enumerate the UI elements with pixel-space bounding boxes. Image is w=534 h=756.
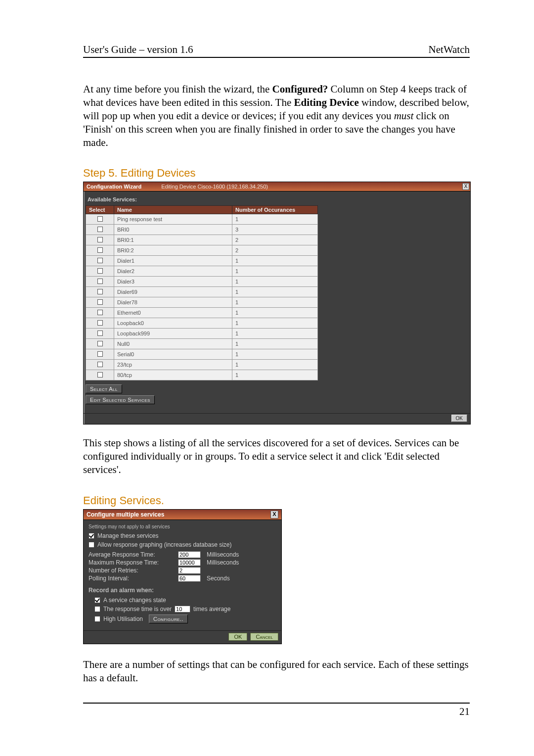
record-alarm-heading: Record an alarm when: (89, 587, 276, 594)
allow-graphing-row[interactable]: Allow response graphing (increases datab… (89, 541, 276, 548)
alarm-response-checkbox[interactable] (94, 606, 100, 612)
manage-services-checkbox[interactable] (89, 533, 94, 539)
row-checkbox[interactable] (97, 247, 103, 253)
row-select-cell[interactable] (86, 339, 114, 349)
alarm-state-checkbox[interactable] (94, 597, 100, 603)
row-select-cell[interactable] (86, 256, 114, 266)
row-checkbox[interactable] (97, 216, 103, 222)
allow-graphing-checkbox[interactable] (89, 542, 94, 548)
manage-services-row[interactable]: Manage these services (89, 532, 276, 539)
table-row: Serial01 (86, 349, 318, 360)
row-occurrences-cell: 1 (232, 297, 318, 308)
max-response-input[interactable] (178, 559, 201, 566)
select-all-button[interactable]: Select All (86, 384, 122, 393)
table-row: Loopback9991 (86, 329, 318, 339)
retries-input[interactable] (178, 567, 201, 574)
table-row: Dialer691 (86, 287, 318, 297)
row-name-cell: Loopback0 (114, 318, 232, 329)
polling-unit: Seconds (207, 575, 276, 582)
row-occurrences-cell: 1 (232, 287, 318, 297)
svc-cancel-button[interactable]: Cancel (250, 633, 278, 641)
table-row: BRI03 (86, 225, 318, 235)
alarm-response-input[interactable] (175, 606, 190, 613)
table-row: Dialer21 (86, 266, 318, 277)
settings-description: There are a number of settings that can … (83, 658, 470, 685)
row-checkbox[interactable] (97, 237, 103, 242)
row-name-cell: Dialer1 (114, 256, 232, 266)
table-row: BRI0:12 (86, 235, 318, 245)
wizard-ok-button[interactable]: OK (451, 415, 467, 422)
polling-input[interactable] (178, 575, 201, 582)
edit-selected-services-button[interactable]: Edit Selected Services (86, 395, 155, 404)
row-select-cell[interactable] (86, 287, 114, 297)
row-select-cell[interactable] (86, 235, 114, 245)
table-row: 23/tcp1 (86, 360, 318, 370)
avg-response-input[interactable] (178, 551, 201, 558)
row-checkbox[interactable] (97, 372, 103, 378)
available-services-label: Available Services: (84, 191, 470, 205)
retries-label: Number of Retries: (89, 567, 175, 574)
col-occurrences: Number of Occurances (232, 206, 318, 214)
row-select-cell[interactable] (86, 214, 114, 225)
row-occurrences-cell: 1 (232, 360, 318, 370)
row-select-cell[interactable] (86, 245, 114, 256)
intro-bold-editing-device: Editing Device (294, 96, 359, 108)
close-icon[interactable]: X (270, 511, 278, 519)
settings-note: Settings may not apply to all services (89, 524, 276, 529)
table-row: BRI0:22 (86, 245, 318, 256)
row-select-cell[interactable] (86, 297, 114, 308)
row-select-cell[interactable] (86, 329, 114, 339)
row-checkbox[interactable] (97, 268, 103, 274)
row-checkbox[interactable] (97, 341, 103, 346)
row-occurrences-cell: 1 (232, 277, 318, 287)
row-select-cell[interactable] (86, 225, 114, 235)
row-select-cell[interactable] (86, 266, 114, 277)
row-checkbox[interactable] (97, 310, 103, 315)
row-checkbox[interactable] (97, 299, 103, 305)
row-checkbox[interactable] (97, 258, 103, 263)
table-row: Ping response test1 (86, 214, 318, 225)
row-checkbox[interactable] (97, 362, 103, 367)
intro-bold-configured: Configured? (272, 83, 328, 95)
row-name-cell: Ethernet0 (114, 308, 232, 318)
row-select-cell[interactable] (86, 308, 114, 318)
configure-button[interactable]: Configure.. (149, 614, 188, 623)
row-select-cell[interactable] (86, 349, 114, 360)
close-icon[interactable]: X (462, 183, 469, 190)
alarm-state-row[interactable]: A service changes state (94, 597, 276, 604)
row-name-cell: Serial0 (114, 349, 232, 360)
intro-paragraph: At any time before you finish the wizard… (83, 83, 470, 149)
row-name-cell: Dialer2 (114, 266, 232, 277)
alarm-high-util-row[interactable]: High Utilisation Configure.. (94, 614, 276, 623)
row-checkbox[interactable] (97, 289, 103, 294)
row-checkbox[interactable] (97, 227, 103, 232)
alarm-response-row[interactable]: The response time is over times average (94, 606, 276, 613)
row-select-cell[interactable] (86, 277, 114, 287)
row-checkbox[interactable] (97, 351, 103, 357)
row-select-cell[interactable] (86, 318, 114, 329)
table-row: 80/tcp1 (86, 370, 318, 380)
row-name-cell: Loopback999 (114, 329, 232, 339)
row-checkbox[interactable] (97, 320, 103, 326)
manage-services-label: Manage these services (97, 532, 158, 539)
row-checkbox[interactable] (97, 279, 103, 284)
row-checkbox[interactable] (97, 331, 103, 336)
row-occurrences-cell: 1 (232, 214, 318, 225)
row-occurrences-cell: 1 (232, 308, 318, 318)
row-select-cell[interactable] (86, 360, 114, 370)
editing-services-heading: Editing Services. (83, 494, 470, 507)
row-select-cell[interactable] (86, 370, 114, 380)
row-occurrences-cell: 1 (232, 370, 318, 380)
alarm-high-util-label: High Utilisation (103, 615, 143, 622)
row-name-cell: Ping response test (114, 214, 232, 225)
services-table: Select Name Number of Occurances Ping re… (86, 205, 318, 380)
header-rule (83, 57, 470, 58)
alarm-high-util-checkbox[interactable] (94, 616, 100, 622)
table-row: Dialer31 (86, 277, 318, 287)
row-occurrences-cell: 2 (232, 235, 318, 245)
header-left: User's Guide – version 1.6 (83, 44, 193, 56)
table-row: Ethernet01 (86, 308, 318, 318)
step5-heading: Step 5. Editing Devices (83, 167, 470, 180)
row-name-cell: Null0 (114, 339, 232, 349)
svc-ok-button[interactable]: OK (228, 633, 247, 641)
